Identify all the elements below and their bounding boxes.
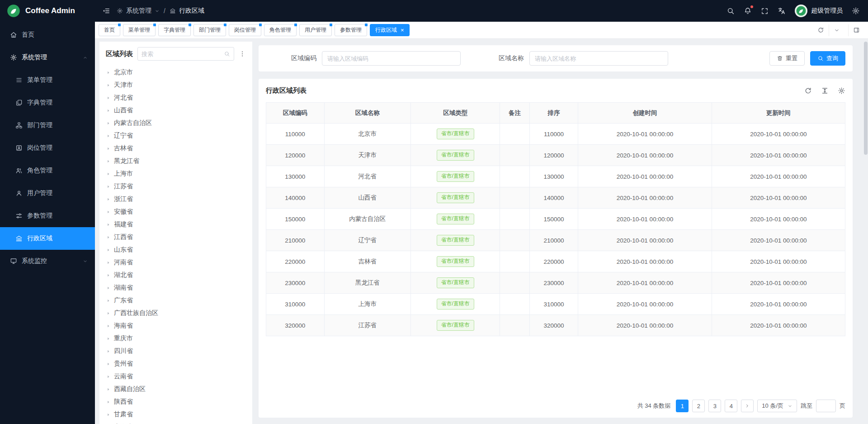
bell-icon[interactable] xyxy=(744,7,752,15)
refresh-tabs-icon[interactable] xyxy=(813,24,829,36)
tree-item-15[interactable]: 河南省 xyxy=(106,256,246,269)
fullscreen-icon[interactable] xyxy=(761,7,769,15)
page-button-4[interactable]: 4 xyxy=(725,400,737,412)
cell-sort: 120000 xyxy=(529,145,578,166)
pagination-total: 共 34 条数据 xyxy=(637,402,671,410)
tree-item-26[interactable]: 陕西省 xyxy=(106,395,246,408)
tree-item-19[interactable]: 广西壮族自治区 xyxy=(106,307,246,319)
tree-item-17[interactable]: 湖南省 xyxy=(106,281,246,294)
jump-page-input[interactable] xyxy=(816,400,836,412)
tree-more-icon[interactable] xyxy=(239,50,246,57)
tree-item-21[interactable]: 重庆市 xyxy=(106,332,246,345)
tab-close-icon[interactable]: × xyxy=(401,27,404,33)
filter-field-input-1[interactable] xyxy=(529,51,668,66)
tab-0[interactable]: 首页 xyxy=(99,24,120,36)
tree-item-7[interactable]: 黑龙江省 xyxy=(106,155,246,167)
tree-item-16[interactable]: 湖北省 xyxy=(106,269,246,281)
filter-field-label: 区域编码 xyxy=(277,54,316,62)
page-button-3[interactable]: 3 xyxy=(708,400,721,412)
tree-item-6[interactable]: 吉林省 xyxy=(106,142,246,155)
table-row-5[interactable]: 210000辽宁省省市/直辖市2100002020-10-01 00:00:00… xyxy=(266,230,845,251)
tree-item-10[interactable]: 浙江省 xyxy=(106,193,246,205)
tree-item-22[interactable]: 四川省 xyxy=(106,345,246,357)
translate-icon[interactable] xyxy=(778,7,786,15)
tab-6[interactable]: 用户管理 xyxy=(299,24,332,36)
tab-3[interactable]: 部门管理 xyxy=(193,24,226,36)
column-height-icon[interactable] xyxy=(821,87,829,95)
layout-panel-icon[interactable] xyxy=(848,24,864,36)
tree-item-28[interactable]: 青海省 xyxy=(106,421,246,424)
table-settings-gear-icon[interactable] xyxy=(838,87,845,95)
table-row-7[interactable]: 230000黑龙江省省市/直辖市2300002020-10-01 00:00:0… xyxy=(266,272,845,294)
tree-item-2[interactable]: 河北省 xyxy=(106,91,246,104)
tree-item-1[interactable]: 天津市 xyxy=(106,79,246,91)
tree-item-9[interactable]: 江苏省 xyxy=(106,180,246,193)
tree-item-18[interactable]: 广东省 xyxy=(106,294,246,307)
page-button-2[interactable]: 2 xyxy=(692,400,705,412)
app-logo[interactable]: Coffee Admin xyxy=(0,0,95,22)
filter-field-input-0[interactable] xyxy=(322,51,461,66)
sidebar-item-10[interactable]: 系统监控 xyxy=(0,250,95,272)
sidebar-item-4[interactable]: 部门管理 xyxy=(0,114,95,137)
settings-gear-icon[interactable] xyxy=(852,7,860,15)
sidebar-item-3[interactable]: 字典管理 xyxy=(0,91,95,114)
reset-button[interactable]: 重置 xyxy=(769,51,805,66)
search-icon[interactable] xyxy=(726,7,735,15)
tab-8[interactable]: 行政区域× xyxy=(370,24,410,36)
tree-item-12[interactable]: 福建省 xyxy=(106,218,246,231)
sidebar-item-9[interactable]: 行政区域 xyxy=(0,227,95,250)
tree-search-input[interactable] xyxy=(142,51,224,57)
table-row-4[interactable]: 150000内蒙古自治区省市/直辖市1500002020-10-01 00:00… xyxy=(266,209,845,230)
user-menu[interactable]: 超级管理员 xyxy=(795,5,843,17)
sidebar-item-5[interactable]: 岗位管理 xyxy=(0,137,95,159)
breadcrumb-parent[interactable]: 系统管理 xyxy=(126,7,151,15)
page-scrollbar[interactable] xyxy=(864,41,868,423)
collapse-sidebar-icon[interactable] xyxy=(102,7,110,15)
tree-item-25[interactable]: 西藏自治区 xyxy=(106,383,246,395)
tree-item-20[interactable]: 海南省 xyxy=(106,319,246,332)
cell-region-type: 省市/直辖市 xyxy=(411,294,500,315)
sidebar-item-label: 用户管理 xyxy=(27,189,52,197)
table-row-2[interactable]: 130000河北省省市/直辖市1300002020-10-01 00:00:00… xyxy=(266,166,845,187)
tabs-menu-chevron-icon[interactable] xyxy=(829,24,844,36)
tree-item-11[interactable]: 安徽省 xyxy=(106,205,246,218)
next-page-button[interactable] xyxy=(741,400,754,412)
sidebar-item-7[interactable]: 用户管理 xyxy=(0,182,95,205)
tree-item-0[interactable]: 北京市 xyxy=(106,66,246,79)
tab-7[interactable]: 参数管理 xyxy=(335,24,367,36)
cell-sort: 230000 xyxy=(529,272,578,294)
tab-5[interactable]: 角色管理 xyxy=(264,24,297,36)
sidebar-item-2[interactable]: 菜单管理 xyxy=(0,69,95,91)
sidebar-item-8[interactable]: 参数管理 xyxy=(0,205,95,227)
tab-tools xyxy=(813,24,864,36)
tree-item-23[interactable]: 贵州省 xyxy=(106,357,246,370)
tab-2[interactable]: 字典管理 xyxy=(158,24,191,36)
tree-item-8[interactable]: 上海市 xyxy=(106,167,246,180)
scrollbar-thumb[interactable] xyxy=(864,42,868,155)
tree-item-27[interactable]: 甘肃省 xyxy=(106,408,246,421)
region-tree-panel: 区域列表 北京市天津市河北省山西省内蒙古自治区辽宁省吉林省黑龙江省上海市江苏省浙… xyxy=(99,42,252,424)
tab-dot xyxy=(294,24,297,26)
tab-1[interactable]: 菜单管理 xyxy=(123,24,156,36)
tree-item-3[interactable]: 山西省 xyxy=(106,104,246,117)
table-row-1[interactable]: 120000天津市省市/直辖市1200002020-10-01 00:00:00… xyxy=(266,145,845,166)
tree-item-5[interactable]: 辽宁省 xyxy=(106,129,246,142)
search-button[interactable]: 查询 xyxy=(810,51,845,66)
table-row-6[interactable]: 220000吉林省省市/直辖市2200002020-10-01 00:00:00… xyxy=(266,251,845,272)
refresh-icon[interactable] xyxy=(804,87,812,95)
table-row-9[interactable]: 320000江苏省省市/直辖市3200002020-10-01 00:00:00… xyxy=(266,315,845,336)
tree-item-24[interactable]: 云南省 xyxy=(106,370,246,383)
tab-4[interactable]: 岗位管理 xyxy=(229,24,261,36)
tree-item-13[interactable]: 江西省 xyxy=(106,231,246,243)
sidebar-item-6[interactable]: 角色管理 xyxy=(0,159,95,182)
table-row-3[interactable]: 140000山西省省市/直辖市1400002020-10-01 00:00:00… xyxy=(266,187,845,209)
tree-item-4[interactable]: 内蒙古自治区 xyxy=(106,117,246,129)
table-row-0[interactable]: 110000北京市省市/直辖市1100002020-10-01 00:00:00… xyxy=(266,124,845,145)
tree-item-14[interactable]: 山东省 xyxy=(106,243,246,256)
page-button-1[interactable]: 1 xyxy=(676,400,689,412)
sidebar-item-0[interactable]: 首页 xyxy=(0,24,95,46)
sidebar-item-1[interactable]: 系统管理 xyxy=(0,46,95,69)
page-size-select[interactable]: 10 条/页 xyxy=(757,400,797,412)
table-row-8[interactable]: 310000上海市省市/直辖市3100002020-10-01 00:00:00… xyxy=(266,294,845,315)
cell-created-time: 2020-10-01 00:00:00 xyxy=(578,230,712,251)
